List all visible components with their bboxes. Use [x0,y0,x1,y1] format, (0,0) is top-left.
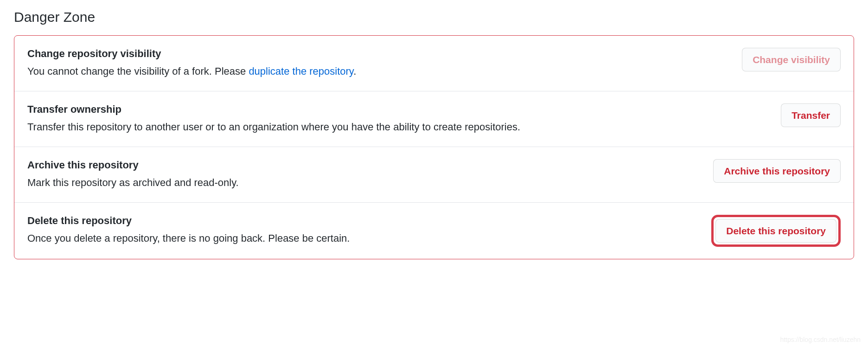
archive-repository-desc: Mark this repository as archived and rea… [27,175,702,190]
delete-button-highlight: Delete this repository [711,215,841,247]
change-visibility-row: Change repository visibility You cannot … [14,36,854,91]
transfer-button-wrap: Transfer [781,103,841,127]
delete-repository-button[interactable]: Delete this repository [715,219,836,243]
change-visibility-button: Change visibility [742,48,841,71]
transfer-button[interactable]: Transfer [781,103,841,127]
archive-repository-heading: Archive this repository [27,159,702,171]
archive-repository-text: Archive this repository Mark this reposi… [27,159,713,190]
change-visibility-text: Change repository visibility You cannot … [27,48,742,79]
delete-button-wrap: Delete this repository [711,215,841,247]
transfer-ownership-text: Transfer ownership Transfer this reposit… [27,103,781,135]
delete-repository-row: Delete this repository Once you delete a… [14,203,854,259]
danger-zone-title: Danger Zone [14,9,854,25]
change-visibility-desc-suffix: . [353,65,356,77]
change-visibility-heading: Change repository visibility [27,48,731,60]
duplicate-repository-link[interactable]: duplicate the repository [249,65,353,77]
danger-zone-box: Change repository visibility You cannot … [14,35,854,259]
change-visibility-desc: You cannot change the visibility of a fo… [27,64,731,79]
archive-button-wrap: Archive this repository [713,159,841,183]
archive-repository-button[interactable]: Archive this repository [713,159,841,183]
transfer-ownership-desc: Transfer this repository to another user… [27,119,770,135]
change-visibility-desc-prefix: You cannot change the visibility of a fo… [27,65,249,77]
transfer-ownership-row: Transfer ownership Transfer this reposit… [14,91,854,147]
change-visibility-button-wrap: Change visibility [742,48,841,71]
delete-repository-desc: Once you delete a repository, there is n… [27,231,700,246]
delete-repository-heading: Delete this repository [27,215,700,227]
archive-repository-row: Archive this repository Mark this reposi… [14,147,854,203]
transfer-ownership-heading: Transfer ownership [27,103,770,116]
delete-repository-text: Delete this repository Once you delete a… [27,215,711,246]
